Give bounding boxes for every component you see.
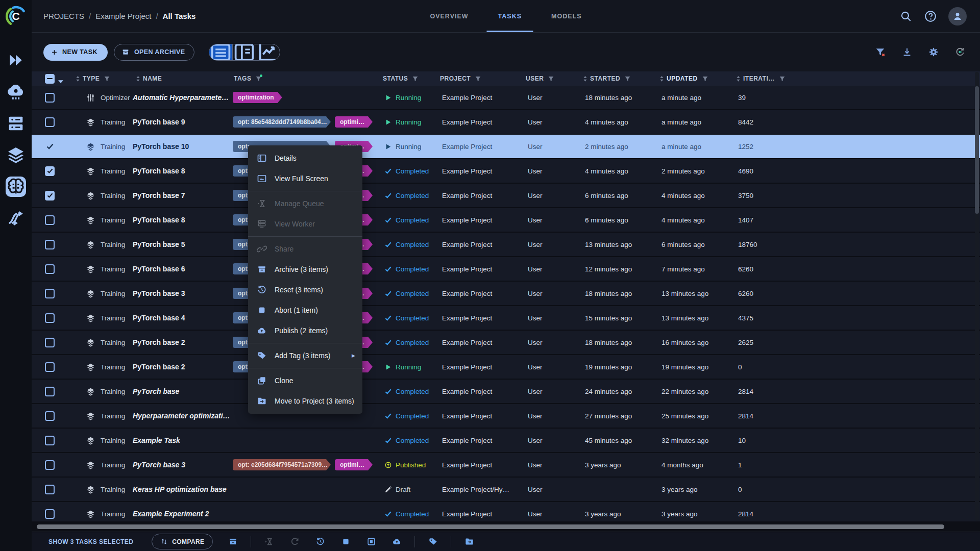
footer-abort-all-children-button[interactable] (363, 534, 379, 549)
footer-move-to-project-button[interactable] (461, 534, 477, 549)
footer-publish-button[interactable] (389, 534, 404, 549)
filter-icon[interactable] (412, 76, 419, 82)
task-name[interactable]: PyTorch base 5 (132, 240, 230, 248)
filter-icon[interactable] (702, 76, 708, 82)
column-header-started[interactable]: STARTED (579, 75, 655, 82)
task-name[interactable]: PyTorch base 3 (132, 461, 230, 469)
card-view-button[interactable] (233, 44, 256, 60)
row-checkbox[interactable] (45, 289, 55, 298)
new-task-button[interactable]: NEW TASK (43, 44, 108, 61)
horizontal-scrollbar-thumb[interactable] (37, 524, 944, 529)
table-row[interactable]: TrainingPyTorch base 6opt: …optimi…Compl… (32, 257, 980, 282)
table-row[interactable]: OptimizerAutomatic Hyperparamete…optimiz… (32, 86, 980, 110)
menu-item-archive-3-items[interactable]: Archive (3 items) (248, 259, 362, 280)
filter-icon[interactable] (548, 76, 554, 82)
menu-item-move-to-project-3-items[interactable]: Move to Project (3 items) (248, 391, 362, 411)
row-checkbox[interactable] (45, 411, 55, 421)
table-row[interactable]: TrainingExample TaskCompletedExample Pro… (32, 429, 980, 453)
compare-button[interactable]: COMPARE (152, 534, 213, 549)
download-icon[interactable] (901, 46, 913, 58)
table-view-button[interactable] (209, 44, 233, 60)
table-row[interactable]: TrainingKeras HP optimization baseDraftE… (32, 478, 980, 502)
table-row[interactable]: TrainingPyTorch base 7opt: …optimi…Compl… (32, 184, 980, 208)
row-checkbox[interactable] (45, 509, 55, 519)
tab-overview[interactable]: OVERVIEW (419, 0, 479, 32)
user-avatar[interactable] (948, 7, 967, 26)
table-row[interactable]: TrainingPyTorch base 5opt: …optimi…Compl… (32, 233, 980, 257)
task-name[interactable]: PyTorch base 9 (132, 118, 230, 126)
task-name[interactable]: Keras HP optimization base (132, 485, 230, 493)
row-checkbox[interactable] (45, 142, 55, 152)
column-header-tags[interactable]: TAGS (230, 75, 379, 82)
sidebar-item-autoscalers[interactable] (6, 82, 26, 102)
task-name[interactable]: Automatic Hyperparamete… (132, 93, 230, 102)
tab-tasks[interactable]: TASKS (487, 0, 533, 32)
row-checkbox[interactable] (45, 338, 55, 347)
row-checkbox[interactable] (45, 93, 55, 103)
menu-item-abort-1-item[interactable]: Abort (1 item) (248, 300, 362, 320)
select-all-checkbox[interactable] (45, 74, 55, 84)
menu-item-view-full-screen[interactable]: View Full Screen (248, 168, 362, 189)
row-checkbox[interactable] (45, 362, 55, 372)
chart-view-button[interactable] (256, 44, 280, 60)
task-name[interactable]: PyTorch base 2 (132, 338, 230, 346)
task-name[interactable]: PyTorch base 2 (132, 363, 230, 371)
column-header-project[interactable]: PROJECT (436, 75, 522, 82)
task-name[interactable]: PyTorch base 3 (132, 289, 230, 297)
sidebar-item-projects[interactable] (6, 177, 26, 197)
filter-icon[interactable] (779, 76, 786, 82)
row-checkbox[interactable] (45, 215, 55, 225)
table-row[interactable]: TrainingPyTorch base 3opt: …optimi…Compl… (32, 282, 980, 306)
task-name[interactable]: PyTorch base 6 (132, 265, 230, 273)
tab-models[interactable]: MODELS (540, 0, 593, 32)
task-name[interactable]: PyTorch base 7 (132, 191, 230, 199)
table-row[interactable]: TrainingPyTorch base 8opt: …optimi…Compl… (32, 208, 980, 233)
row-checkbox[interactable] (45, 191, 55, 201)
row-checkbox[interactable] (45, 166, 55, 176)
menu-item-clone[interactable]: Clone (248, 370, 362, 391)
sidebar-item-workers-queues[interactable] (6, 113, 26, 134)
row-checkbox[interactable] (45, 313, 55, 323)
column-header-type[interactable]: TYPE (71, 75, 132, 82)
row-checkbox[interactable] (45, 117, 55, 127)
breadcrumb-item[interactable]: All Tasks (163, 12, 196, 20)
footer-reset-button[interactable] (312, 534, 328, 549)
column-header-iterations[interactable]: ITERATI… (732, 75, 805, 82)
help-icon[interactable] (924, 10, 937, 23)
footer-add-tag-button[interactable] (425, 534, 440, 549)
search-icon[interactable] (899, 10, 913, 23)
filter-icon[interactable] (624, 76, 631, 82)
menu-item-details[interactable]: Details (248, 148, 362, 168)
column-header-name[interactable]: NAME (132, 75, 230, 82)
table-row[interactable]: TrainingExample Experiment 2CompletedExa… (32, 502, 980, 521)
breadcrumb-item[interactable]: Example Project (95, 12, 151, 20)
column-header-user[interactable]: USER (522, 75, 579, 82)
footer-abort-button[interactable] (338, 534, 353, 549)
row-checkbox[interactable] (45, 485, 55, 494)
table-row[interactable]: TrainingPyTorch base 2opt: …optimi…Runni… (32, 355, 980, 380)
task-name[interactable]: PyTorch base 4 (132, 314, 230, 322)
column-header-status[interactable]: STATUS (379, 75, 436, 82)
menu-item-reset-3-items[interactable]: Reset (3 items) (248, 280, 362, 300)
table-row[interactable]: TrainingPyTorch base 4opt: …optimi…Compl… (32, 306, 980, 331)
filter-icon[interactable] (255, 76, 262, 82)
table-row[interactable]: TrainingPyTorch baseCompletedExample Pro… (32, 380, 980, 404)
open-archive-button[interactable]: OPEN ARCHIVE (114, 44, 195, 61)
task-name[interactable]: PyTorch base 8 (132, 167, 230, 175)
menu-item-add-tag-3-items[interactable]: Add Tag (3 items)▶ (248, 345, 362, 366)
sidebar-item-pipelines[interactable] (6, 208, 26, 229)
filter-icon[interactable] (104, 76, 110, 82)
row-checkbox[interactable] (45, 436, 55, 445)
task-name[interactable]: Example Task (132, 436, 230, 444)
row-checkbox[interactable] (45, 460, 55, 470)
row-checkbox[interactable] (45, 240, 55, 249)
filter-icon[interactable] (475, 76, 481, 82)
auto-refresh-icon[interactable] (954, 46, 966, 58)
task-name[interactable]: PyTorch base (132, 387, 230, 395)
filter-clear-icon[interactable] (875, 46, 886, 58)
table-row[interactable]: TrainingPyTorch base 8opt: …optimi…Compl… (32, 159, 980, 184)
table-row[interactable]: TrainingHyperparameter optimizati…Comple… (32, 404, 980, 429)
vertical-scrollbar-thumb[interactable] (975, 86, 979, 214)
menu-item-publish-2-items[interactable]: Publish (2 items) (248, 320, 362, 341)
table-row[interactable]: TrainingPyTorch base 10opt: …optimi…Runn… (32, 135, 980, 159)
